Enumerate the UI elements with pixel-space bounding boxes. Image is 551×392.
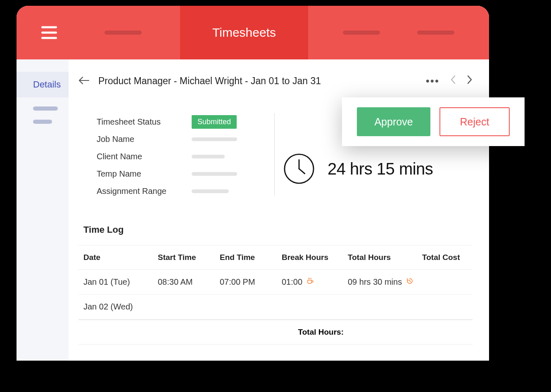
breadcrumb-row: Product Manager - Michael Wright - Jan 0…	[78, 71, 473, 91]
app-header: Timesheets	[17, 6, 489, 59]
sidebar-item-placeholder[interactable]	[33, 106, 58, 111]
sidebar: Details	[17, 59, 69, 361]
field-value-placeholder	[192, 172, 237, 176]
col-total-cost: Total Cost	[422, 253, 468, 262]
footer-total-hours-label: Total Hours:	[282, 328, 348, 337]
field-label: Job Name	[97, 135, 192, 144]
total-time-value: 24 hrs 15 mins	[328, 160, 433, 178]
cell-total-hours: 09 hrs 30 mins	[348, 277, 422, 287]
sidebar-item-placeholder[interactable]	[33, 120, 52, 124]
status-badge: Submitted	[192, 115, 237, 129]
coffee-break-icon	[306, 277, 314, 287]
timelog-table: Date Start Time End Time Break Hours Tot…	[78, 245, 473, 345]
field-label: Client Name	[97, 152, 192, 161]
cell-start-time: 08:30 AM	[158, 277, 220, 287]
approve-button[interactable]: Approve	[357, 107, 430, 136]
field-value-placeholder	[192, 155, 225, 158]
header-tab-label: Timesheets	[212, 26, 276, 40]
field-assignment-range: Assignment Range	[97, 182, 270, 200]
table-row[interactable]: Jan 02 (Wed)	[78, 295, 473, 319]
hamburger-menu-icon[interactable]	[41, 26, 57, 39]
reject-button[interactable]: Reject	[439, 107, 510, 136]
next-chevron-icon[interactable]	[467, 75, 473, 87]
header-tab-left[interactable]	[17, 6, 180, 59]
reject-button-label: Reject	[460, 116, 489, 128]
col-date: Date	[83, 253, 158, 262]
field-label: Assignment Range	[97, 187, 192, 196]
field-timesheet-status: Timesheet Status Submitted	[97, 113, 270, 130]
field-job-name: Job Name	[97, 130, 270, 148]
svg-line-2	[299, 169, 305, 174]
breadcrumb-actions: •••	[426, 75, 473, 87]
cell-date: Jan 02 (Wed)	[83, 302, 158, 312]
clock-history-icon	[406, 277, 413, 287]
col-total-hours: Total Hours	[348, 253, 422, 262]
more-options-icon[interactable]: •••	[426, 75, 439, 87]
field-client-name: Client Name	[97, 148, 270, 165]
tab-placeholder[interactable]	[417, 31, 454, 35]
field-value-placeholder	[192, 137, 237, 141]
field-value-placeholder	[192, 189, 229, 193]
tab-placeholder[interactable]	[343, 31, 380, 35]
col-end-time: End Time	[220, 253, 282, 262]
sidebar-item-label: Details	[33, 79, 61, 90]
approve-button-label: Approve	[374, 116, 413, 128]
cell-date: Jan 01 (Tue)	[83, 277, 158, 287]
table-row[interactable]: Jan 01 (Tue) 08:30 AM 07:00 PM 01:00 09 …	[78, 270, 473, 295]
col-start-time: Start Time	[158, 253, 220, 262]
vertical-divider	[274, 113, 275, 196]
clock-icon	[283, 153, 315, 185]
field-label: Timesheet Status	[97, 117, 192, 127]
field-temp-name: Temp Name	[97, 165, 270, 182]
approve-reject-card: Approve Reject	[342, 97, 525, 146]
info-fields: Timesheet Status Submitted Job Name Clie…	[97, 113, 270, 200]
header-tabs-right	[308, 6, 489, 59]
sidebar-item-details[interactable]: Details	[17, 72, 69, 97]
table-header-row: Date Start Time End Time Break Hours Tot…	[78, 245, 473, 270]
field-label: Temp Name	[97, 169, 192, 179]
prev-chevron-icon[interactable]	[450, 75, 456, 87]
back-arrow-icon[interactable]	[78, 75, 89, 87]
table-footer-row: Total Hours:	[78, 319, 473, 345]
breadcrumb-text: Product Manager - Michael Wright - Jan 0…	[98, 76, 321, 87]
cell-end-time: 07:00 PM	[220, 277, 282, 287]
tab-placeholder	[104, 31, 142, 35]
col-break-hours: Break Hours	[282, 253, 348, 262]
header-tab-active[interactable]: Timesheets	[180, 6, 308, 59]
app-window: Timesheets Details Product Manager - Mic…	[17, 6, 489, 361]
timelog-section-title: Time Log	[83, 224, 473, 235]
cell-break-hours: 01:00	[282, 277, 348, 287]
